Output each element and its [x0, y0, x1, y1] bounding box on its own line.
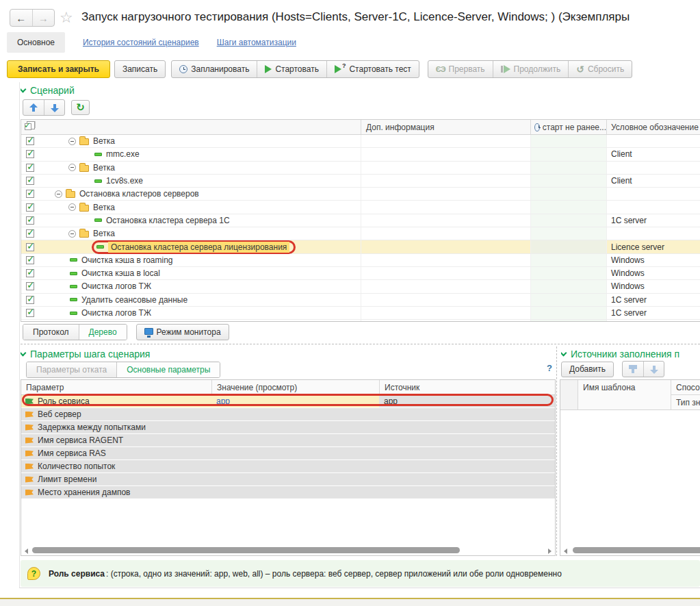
checkbox-cell: [21, 254, 38, 266]
checkbox-checked-icon[interactable]: [26, 269, 34, 277]
fill-sources-horizontal-scrollbar[interactable]: [562, 547, 699, 554]
tree-column-header[interactable]: [38, 120, 361, 134]
forward-button[interactable]: →: [32, 10, 55, 26]
collapse-icon[interactable]: [68, 203, 76, 211]
table-row[interactable]: Остановка кластера сервера лицензировани…: [21, 240, 700, 253]
value-column-header[interactable]: Значение (просмотр): [211, 380, 379, 394]
save-and-close-button[interactable]: Записать и закрыть: [7, 60, 110, 78]
table-row[interactable]: Имя сервиса RAS: [21, 447, 555, 460]
source-column-header[interactable]: Источник: [379, 380, 555, 394]
resume-button[interactable]: Продолжить: [493, 61, 569, 77]
template-name-column-header[interactable]: Имя шаблона: [578, 380, 671, 409]
scroll-left-icon[interactable]: [25, 548, 28, 554]
table-row[interactable]: Очистка логов ТЖWindows: [21, 280, 700, 293]
unit-column-header[interactable]: Условное обозначение ед: [606, 120, 700, 134]
monitor-mode-button[interactable]: Режим монитора: [136, 324, 229, 340]
tab-history-link[interactable]: История состояний сценариев: [83, 38, 199, 47]
checkbox-checked-icon[interactable]: [26, 243, 34, 251]
collapse-icon[interactable]: [68, 164, 76, 171]
value-type-column-header[interactable]: Тип знач: [671, 394, 700, 409]
horizontal-splitter[interactable]: [21, 344, 700, 344]
table-row[interactable]: Ветка: [21, 227, 700, 240]
main-params-tab[interactable]: Основные параметры: [116, 362, 220, 377]
vertical-splitter[interactable]: [556, 346, 557, 556]
rollback-params-tab[interactable]: Параметры отката: [27, 362, 116, 377]
table-row[interactable]: Лимит времени: [21, 473, 555, 486]
start-column-header[interactable]: старт не ранее...: [530, 120, 606, 134]
checkbox-checked-icon[interactable]: [26, 256, 34, 264]
schedule-button[interactable]: Запланировать: [172, 61, 257, 77]
table-row[interactable]: Ветка: [21, 135, 700, 148]
table-row[interactable]: Очистка логов ТЖ1C server: [21, 307, 700, 320]
interrupt-button[interactable]: ЄЭ Прервать: [428, 61, 493, 77]
tree-cell: Очистка логов ТЖ: [38, 280, 361, 292]
table-row[interactable]: Очистка кэша в roamingWindows: [21, 254, 700, 267]
tree-item-label: Остановка кластеров серверов: [79, 189, 199, 199]
info-column-header[interactable]: Доп. информация: [361, 120, 530, 134]
tab-main[interactable]: Основное: [7, 32, 65, 53]
checkbox-checked-icon[interactable]: [26, 296, 34, 304]
table-row[interactable]: Очистка кэша в localWindows: [21, 267, 700, 280]
param-label: Лимит времени: [38, 475, 96, 484]
scroll-left-icon[interactable]: [564, 548, 567, 554]
step-params-section-header[interactable]: Параметры шага сценария: [21, 349, 308, 359]
checkbox-checked-icon[interactable]: [26, 216, 34, 225]
back-button[interactable]: ←: [10, 10, 32, 26]
refresh-button[interactable]: ↻: [71, 100, 90, 115]
favorite-star-icon[interactable]: ☆: [60, 9, 73, 27]
table-row[interactable]: mmc.exeClient: [21, 148, 700, 161]
checkbox-checked-icon[interactable]: [26, 150, 34, 158]
collapse-icon[interactable]: [68, 230, 76, 238]
table-row[interactable]: Количество попыток: [21, 460, 555, 473]
fill-sources-section-header[interactable]: Источники заполнения п: [561, 349, 700, 359]
checkbox-checked-icon[interactable]: [26, 164, 34, 172]
checkbox-checked-icon[interactable]: [26, 190, 34, 198]
table-row[interactable]: [21, 320, 700, 322]
scroll-right-icon[interactable]: [548, 548, 552, 554]
protocol-view-button[interactable]: Протокол: [23, 325, 79, 340]
checkbox-checked-icon[interactable]: [26, 177, 34, 185]
move-down-button-disabled[interactable]: [643, 362, 664, 377]
start-button[interactable]: Стартовать: [257, 61, 326, 77]
checkbox-checked-icon[interactable]: [26, 229, 34, 238]
scroll-thumb[interactable]: [32, 547, 460, 553]
collapse-icon[interactable]: [55, 190, 62, 198]
add-button[interactable]: Добавить: [561, 362, 614, 377]
tab-automation-link[interactable]: Шаги автоматизации: [217, 38, 296, 47]
checkbox-checked-icon[interactable]: [26, 203, 34, 212]
table-row[interactable]: Роль сервисаappapp: [21, 395, 555, 408]
reset-button[interactable]: ↺ Сбросить: [568, 61, 632, 77]
table-row[interactable]: Удалить сеансовые данные1C server: [21, 294, 700, 307]
scroll-thumb[interactable]: [573, 547, 700, 553]
table-row[interactable]: 1cv8s.exeClient: [21, 175, 700, 188]
table-row[interactable]: Ветка: [21, 162, 700, 175]
params-horizontal-scrollbar[interactable]: [23, 547, 554, 554]
collapse-icon[interactable]: [68, 138, 76, 145]
table-row[interactable]: Остановка кластера сервера 1С1C server: [21, 214, 700, 227]
scenario-section-header[interactable]: Сценарий: [21, 85, 75, 96]
table-row[interactable]: Задержка между попытками: [21, 421, 555, 434]
unit-cell: [606, 227, 700, 240]
checkbox-checked-icon[interactable]: [26, 309, 34, 317]
table-row[interactable]: Ветка: [21, 201, 700, 214]
save-button[interactable]: Записать: [114, 60, 166, 78]
table-row[interactable]: Остановка кластеров серверов: [21, 188, 700, 201]
resume-icon: [501, 65, 510, 73]
checkbox-checked-icon[interactable]: [26, 282, 34, 290]
param-column-header[interactable]: Параметр: [21, 380, 211, 394]
table-row[interactable]: Веб сервер: [21, 408, 555, 421]
move-up-button-disabled[interactable]: [623, 362, 643, 377]
table-row[interactable]: Место хранения дампов: [21, 486, 555, 499]
help-bar: ? Роль сервиса: (строка, одно из значени…: [21, 560, 700, 587]
unit-cell: [606, 201, 700, 213]
move-up-button[interactable]: [23, 100, 44, 115]
move-down-button[interactable]: [44, 100, 64, 115]
table-row[interactable]: Имя сервиса RAGENT: [21, 434, 555, 447]
tree-view-button[interactable]: Дерево: [79, 325, 127, 340]
tree-cell: Удалить сеансовые данные: [38, 294, 361, 306]
select-all-column-header[interactable]: [21, 120, 38, 134]
start-test-button[interactable]: ? Стартовать тест: [326, 61, 419, 77]
params-help-icon[interactable]: ?: [547, 363, 552, 373]
fill-method-column-header[interactable]: Способ з: [671, 380, 700, 394]
checkbox-checked-icon[interactable]: [26, 137, 34, 145]
